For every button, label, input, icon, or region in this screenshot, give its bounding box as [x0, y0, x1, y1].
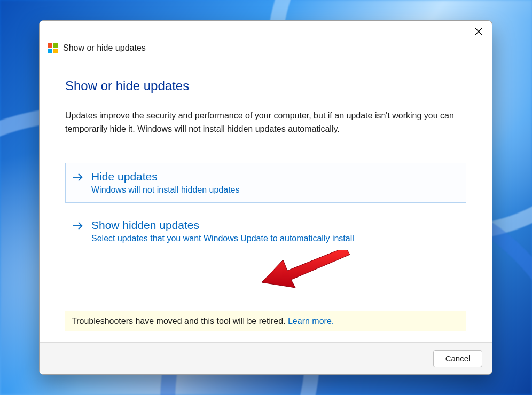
titlebar [40, 21, 492, 42]
dialog-header: Show or hide updates [40, 40, 492, 53]
option-show-hidden-updates[interactable]: Show hidden updates Select updates that … [65, 211, 466, 251]
arrow-right-icon [72, 220, 84, 231]
option-hide-updates[interactable]: Hide updates Windows will not install hi… [65, 163, 466, 203]
dialog-content: Show or hide updates Updates improve the… [40, 53, 492, 342]
retirement-notice: Troubleshooters have moved and this tool… [65, 311, 466, 331]
close-icon [475, 28, 482, 35]
cancel-button[interactable]: Cancel [433, 350, 482, 367]
callout-arrow-icon [259, 250, 355, 298]
troubleshooter-dialog: Show or hide updates Show or hide update… [39, 20, 492, 375]
page-title: Show or hide updates [65, 78, 466, 93]
microsoft-logo-icon [48, 43, 58, 53]
page-description: Updates improve the security and perform… [65, 109, 466, 136]
arrow-right-icon [72, 172, 84, 183]
option-title: Hide updates [91, 170, 239, 183]
notice-text: Troubleshooters have moved and this tool… [72, 317, 288, 326]
option-subtitle: Select updates that you want Windows Upd… [91, 234, 354, 243]
learn-more-link[interactable]: Learn more. [288, 317, 334, 326]
app-name: Show or hide updates [63, 43, 146, 53]
option-subtitle: Windows will not install hidden updates [91, 185, 239, 195]
option-title: Show hidden updates [91, 218, 354, 232]
close-button[interactable] [470, 23, 488, 40]
dialog-footer: Cancel [40, 342, 492, 374]
